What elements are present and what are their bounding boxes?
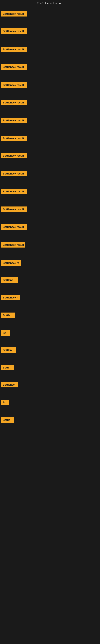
card-row: Bottlenec [1, 382, 18, 388]
card-row: Bottleneck result [1, 82, 27, 88]
bottleneck-result-badge[interactable]: Bottleneck result [1, 189, 27, 194]
card-row: Bo [1, 330, 10, 336]
card-row: Bottleneck result [1, 242, 25, 248]
site-header: TheBottlenecker.com [0, 0, 100, 6]
bottleneck-result-badge[interactable]: Bottle [1, 312, 15, 318]
card-row: Bo [1, 400, 9, 406]
card-row: Bottleneck result [1, 64, 27, 70]
card-row: Bottleneck result [1, 28, 27, 34]
card-row: Bottlen [1, 347, 16, 354]
bottleneck-result-badge[interactable]: Bottleneck result [1, 11, 27, 16]
site-title: TheBottlenecker.com [37, 2, 63, 5]
card-row: Bottleneck result [1, 47, 27, 53]
card-row: Bottle [1, 417, 14, 424]
bottleneck-result-badge[interactable]: Bottl [1, 365, 14, 370]
card-row: Bottlene [1, 277, 18, 284]
bottleneck-result-badge[interactable]: Bottlene [1, 277, 18, 283]
card-row: Bottleneck re [1, 260, 21, 266]
card-row: Bottleneck result [1, 118, 27, 124]
bottleneck-result-badge[interactable]: Bottleneck result [1, 100, 27, 105]
bottleneck-result-badge[interactable]: Bottleneck result [1, 47, 27, 52]
bottleneck-result-badge[interactable]: Bottleneck result [1, 171, 27, 176]
bottleneck-result-badge[interactable]: Bottleneck result [1, 224, 27, 230]
bottleneck-result-badge[interactable]: Bo [1, 330, 10, 336]
bottleneck-result-badge[interactable]: Bottleneck result [1, 153, 27, 158]
card-row: Bottleneck result [1, 206, 27, 213]
bottleneck-result-badge[interactable]: Bottleneck result [1, 242, 25, 248]
bottleneck-result-badge[interactable]: Bottleneck result [1, 28, 27, 34]
bottleneck-result-badge[interactable]: Bottleneck result [1, 118, 27, 123]
card-row: Bottleneck result [1, 171, 27, 177]
bottleneck-result-badge[interactable]: Bottleneck result [1, 206, 27, 212]
bottleneck-result-badge[interactable]: Bottleneck result [1, 64, 27, 70]
bottleneck-result-badge[interactable]: Bottleneck result [1, 82, 27, 88]
card-row: Bottle [1, 312, 15, 319]
card-row: Bottleneck result [1, 11, 27, 17]
card-row: Bottleneck result [1, 136, 27, 142]
bottleneck-result-badge[interactable]: Bottleneck result [1, 136, 27, 141]
card-row: Bottl [1, 365, 14, 371]
bottleneck-result-badge[interactable]: Bottle [1, 417, 14, 422]
card-row: Bottleneck result [1, 224, 27, 230]
bottleneck-result-badge[interactable]: Bo [1, 400, 9, 405]
bottleneck-result-badge[interactable]: Bottleneck r [1, 295, 20, 300]
card-row: Bottleneck r [1, 295, 20, 301]
card-row: Bottleneck result [1, 153, 27, 159]
bottleneck-result-badge[interactable]: Bottlenec [1, 382, 18, 388]
card-row: Bottleneck result [1, 189, 27, 195]
bottleneck-result-badge[interactable]: Bottleneck re [1, 260, 21, 266]
bottleneck-result-badge[interactable]: Bottlen [1, 347, 16, 353]
card-row: Bottleneck result [1, 100, 27, 106]
